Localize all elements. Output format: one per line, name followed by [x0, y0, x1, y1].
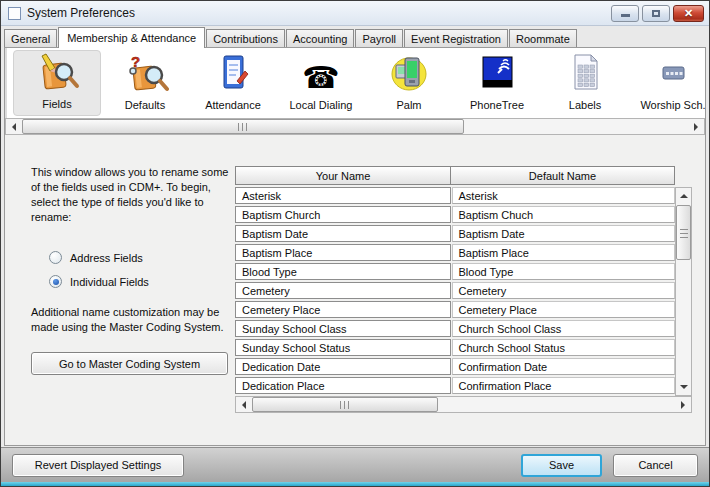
title-bar: System Preferences ✕ — [1, 1, 709, 26]
master-coding-note: Additional name customization may be mad… — [31, 305, 229, 335]
toolbar-item-labels[interactable]: Labels — [541, 50, 629, 116]
your-name-cell[interactable]: Cemetery Place — [235, 301, 451, 318]
window-icon — [8, 7, 21, 20]
tab-roommate[interactable]: Roommate — [509, 29, 577, 47]
toolbar-item-fields[interactable]: Fields — [13, 50, 101, 116]
table-vertical-scrollbar[interactable] — [675, 187, 692, 396]
maximize-button[interactable] — [642, 5, 670, 22]
scroll-right-icon[interactable] — [676, 397, 691, 412]
window-title: System Preferences — [27, 6, 135, 20]
radio-label: Individual Fields — [70, 276, 149, 288]
toolbar-item-label: Worship Sch. — [640, 99, 705, 111]
tab-accounting[interactable]: Accounting — [286, 29, 354, 47]
radio-selected-icon — [49, 275, 62, 288]
tab-bar: GeneralMembership & AttendanceContributi… — [1, 26, 709, 47]
default-name-cell: Confirmation Date — [452, 358, 675, 375]
column-header-your-name[interactable]: Your Name — [235, 166, 451, 185]
toolbar-item-label: Attendance — [205, 99, 261, 111]
radio-label: Address Fields — [70, 252, 143, 264]
toolbar-item-attendance[interactable]: Attendance — [189, 50, 277, 116]
your-name-cell[interactable]: Baptism Date — [235, 225, 451, 242]
default-name-cell: Cemetery Place — [452, 301, 675, 318]
default-name-cell: Church School Status — [452, 339, 675, 356]
local-dialing-icon: ☎ — [302, 53, 339, 95]
radio-address-fields[interactable]: Address Fields — [49, 251, 229, 264]
toolbar-item-palm[interactable]: Palm — [365, 50, 453, 116]
scroll-down-icon[interactable] — [676, 380, 691, 395]
table-horizontal-scrollbar[interactable] — [235, 396, 692, 413]
toolbar-item-phonetree[interactable]: PhoneTree — [453, 50, 541, 116]
scroll-right-icon[interactable] — [689, 119, 704, 134]
table-row: Blood TypeBlood Type — [235, 263, 675, 280]
minimize-button[interactable] — [611, 5, 639, 22]
table-row: AsteriskAsterisk — [235, 187, 675, 204]
tab-contributions[interactable]: Contributions — [206, 29, 285, 47]
default-name-cell: Asterisk — [452, 187, 675, 204]
column-header-default-name[interactable]: Default Name — [450, 166, 675, 185]
toolbar-item-label: Local Dialing — [290, 99, 353, 111]
toolbar-scrollbar[interactable] — [5, 118, 705, 135]
worship-schedule-icon — [649, 53, 697, 95]
table-row: CemeteryCemetery — [235, 282, 675, 299]
default-name-cell: Baptism Place — [452, 244, 675, 261]
table-row: Dedication DateConfirmation Date — [235, 358, 675, 375]
default-name-cell: Cemetery — [452, 282, 675, 299]
tab-general[interactable]: General — [4, 29, 57, 47]
scroll-up-icon[interactable] — [676, 188, 691, 203]
table-row: Baptism PlaceBaptism Place — [235, 244, 675, 261]
radio-unselected-icon — [49, 251, 62, 264]
toolbar-scrollbar-thumb[interactable] — [22, 119, 464, 134]
close-icon: ✕ — [684, 7, 693, 20]
toolbar: Fields?DefaultsAttendance☎Local DialingP… — [5, 48, 705, 118]
toolbar-item-worship-sch[interactable]: Worship Sch. — [629, 50, 705, 116]
default-name-cell: Blood Type — [452, 263, 675, 280]
table-row: Sunday School ClassChurch School Class — [235, 320, 675, 337]
toolbar-item-label: PhoneTree — [470, 99, 524, 111]
table-row: Cemetery PlaceCemetery Place — [235, 301, 675, 318]
left-panel: This window allows you to rename some of… — [5, 135, 235, 443]
field-rename-table: Your Name Default Name AsteriskAsteriskB… — [235, 166, 692, 443]
default-name-cell: Baptism Chuch — [452, 206, 675, 223]
revert-displayed-settings-button[interactable]: Revert Displayed Settings — [12, 454, 184, 477]
field-type-radio-group: Address FieldsIndividual Fields — [49, 251, 229, 288]
toolbar-item-label: Labels — [569, 99, 601, 111]
your-name-cell[interactable]: Sunday School Class — [235, 320, 451, 337]
your-name-cell[interactable]: Baptism Place — [235, 244, 451, 261]
table-body: AsteriskAsteriskBaptism ChurchBaptism Ch… — [235, 187, 675, 394]
default-name-cell: Baptism Date — [452, 225, 675, 242]
scroll-left-icon[interactable] — [236, 397, 251, 412]
tab-event-registration[interactable]: Event Registration — [404, 29, 508, 47]
default-name-cell: Church School Class — [452, 320, 675, 337]
go-to-master-coding-button[interactable]: Go to Master Coding System — [31, 352, 228, 375]
intro-text: This window allows you to rename some of… — [31, 165, 229, 225]
content-area: This window allows you to rename some of… — [5, 135, 705, 443]
palm-icon — [385, 53, 433, 95]
scroll-left-icon[interactable] — [6, 119, 21, 134]
your-name-cell[interactable]: Baptism Church — [235, 206, 451, 223]
system-preferences-window: System Preferences ✕ GeneralMembership &… — [0, 0, 710, 487]
tab-membership-attendance[interactable]: Membership & Attendance — [58, 27, 205, 48]
your-name-cell[interactable]: Dedication Place — [235, 377, 451, 394]
labels-icon — [561, 53, 609, 95]
defaults-icon: ? — [121, 53, 169, 95]
your-name-cell[interactable]: Dedication Date — [235, 358, 451, 375]
table-row: Baptism DateBaptism Date — [235, 225, 675, 242]
save-button[interactable]: Save — [521, 454, 602, 477]
close-button[interactable]: ✕ — [673, 5, 704, 22]
toolbar-item-label: Fields — [42, 98, 71, 110]
maximize-icon — [652, 10, 660, 17]
table-vscrollbar-thumb[interactable] — [676, 205, 691, 260]
table-hscrollbar-thumb[interactable] — [252, 397, 438, 412]
toolbar-item-local-dialing[interactable]: ☎Local Dialing — [277, 50, 365, 116]
table-header: Your Name Default Name — [235, 166, 675, 185]
default-name-cell: Confirmation Place — [452, 377, 675, 394]
radio-individual-fields[interactable]: Individual Fields — [49, 275, 229, 288]
tab-payroll[interactable]: Payroll — [355, 29, 403, 47]
your-name-cell[interactable]: Blood Type — [235, 263, 451, 280]
toolbar-item-defaults[interactable]: ?Defaults — [101, 50, 189, 116]
your-name-cell[interactable]: Asterisk — [235, 187, 451, 204]
your-name-cell[interactable]: Cemetery — [235, 282, 451, 299]
your-name-cell[interactable]: Sunday School Status — [235, 339, 451, 356]
table-row: Dedication PlaceConfirmation Place — [235, 377, 675, 394]
cancel-button[interactable]: Cancel — [613, 454, 698, 477]
